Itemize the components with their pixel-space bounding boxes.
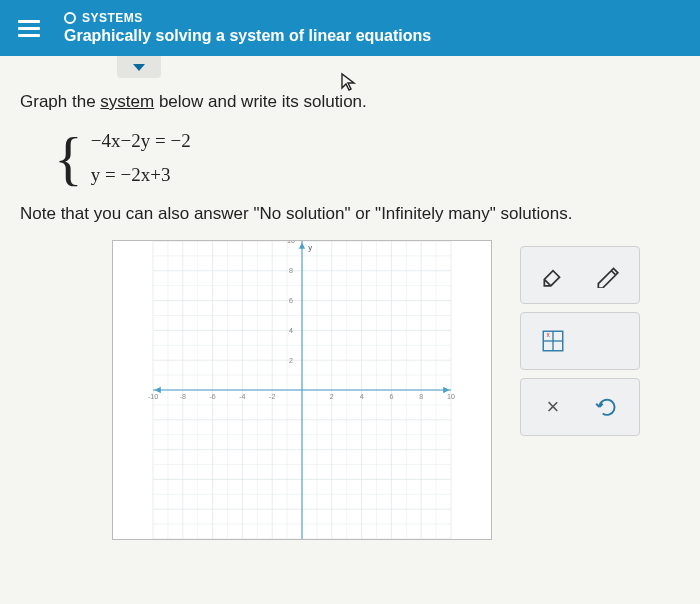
- svg-text:4: 4: [289, 327, 293, 334]
- svg-text:2: 2: [330, 393, 334, 400]
- svg-text:y: y: [308, 243, 312, 252]
- svg-text:6: 6: [289, 297, 293, 304]
- svg-text:-8: -8: [180, 393, 186, 400]
- svg-text:-6: -6: [209, 393, 215, 400]
- header-title: Graphically solving a system of linear e…: [64, 27, 431, 45]
- pen-tool-button[interactable]: [589, 257, 625, 293]
- close-icon: ×: [547, 394, 560, 420]
- content-area: Graph the system below and write its sol…: [0, 56, 700, 604]
- undo-button[interactable]: [589, 389, 625, 425]
- equation-1: −4x−2y = −2: [91, 130, 191, 152]
- header-category: SYSTEMS: [64, 11, 431, 25]
- undo-icon: [594, 394, 620, 420]
- header-text: SYSTEMS Graphically solving a system of …: [64, 11, 431, 45]
- app-header: SYSTEMS Graphically solving a system of …: [0, 0, 700, 56]
- svg-text:10: 10: [447, 393, 455, 400]
- tool-row-2: x: [520, 312, 640, 370]
- note-text: Note that you can also answer "No soluti…: [20, 204, 680, 224]
- svg-marker-44: [299, 243, 305, 249]
- clear-button[interactable]: ×: [535, 389, 571, 425]
- svg-text:10: 10: [287, 241, 295, 244]
- circle-icon: [64, 12, 76, 24]
- coordinate-grid[interactable]: -10-8-6-4-2224466881010y: [113, 241, 491, 539]
- category-label: SYSTEMS: [82, 11, 143, 25]
- instruction-underlined: system: [100, 92, 154, 111]
- graph-canvas[interactable]: -10-8-6-4-2224466881010y: [112, 240, 492, 540]
- svg-text:8: 8: [419, 393, 423, 400]
- workspace: -10-8-6-4-2224466881010y x: [12, 240, 688, 540]
- pen-icon: [594, 262, 620, 288]
- grid-tool-button[interactable]: x: [535, 323, 571, 359]
- eraser-tool-button[interactable]: [535, 257, 571, 293]
- svg-text:4: 4: [360, 393, 364, 400]
- svg-text:8: 8: [289, 267, 293, 274]
- svg-text:-2: -2: [269, 393, 275, 400]
- dropdown-toggle[interactable]: [117, 56, 161, 78]
- tool-row-1: [520, 246, 640, 304]
- svg-text:2: 2: [289, 357, 293, 364]
- chevron-down-icon: [133, 64, 145, 71]
- instruction-text: Graph the system below and write its sol…: [20, 92, 680, 112]
- svg-marker-46: [155, 387, 161, 393]
- svg-text:-10: -10: [148, 393, 158, 400]
- equation-2: y = −2x+3: [91, 164, 191, 186]
- tool-row-3: ×: [520, 378, 640, 436]
- grid-icon: x: [540, 328, 566, 354]
- svg-marker-45: [443, 387, 449, 393]
- instruction-suffix: below and write its solution.: [154, 92, 367, 111]
- instruction-prefix: Graph the: [20, 92, 100, 111]
- eraser-icon: [540, 262, 566, 288]
- equation-system: { −4x−2y = −2 y = −2x+3: [54, 130, 688, 186]
- equations: −4x−2y = −2 y = −2x+3: [91, 130, 191, 186]
- svg-text:6: 6: [389, 393, 393, 400]
- left-brace-icon: {: [54, 134, 83, 182]
- hamburger-menu-icon[interactable]: [18, 20, 40, 37]
- svg-text:-4: -4: [239, 393, 245, 400]
- toolbox: x ×: [520, 240, 640, 540]
